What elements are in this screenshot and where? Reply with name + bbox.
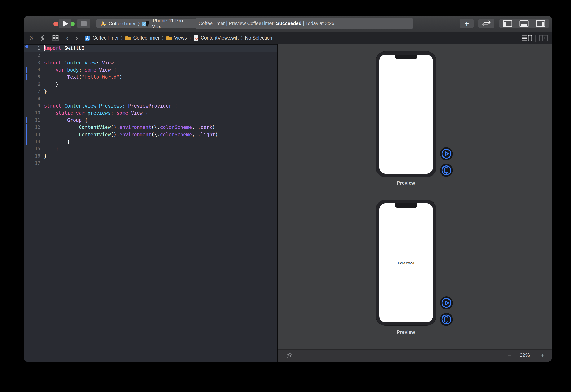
code-token — [128, 110, 131, 116]
code-token: struct — [44, 103, 61, 109]
code-line: 8 — [24, 95, 277, 102]
zoom-out-button[interactable]: − — [508, 352, 511, 359]
pin-preview-button[interactable] — [285, 352, 293, 359]
zoom-in-button[interactable]: + — [541, 352, 545, 359]
code-text[interactable]: } — [44, 82, 59, 87]
breadcrumb-item[interactable]: ContentView.swift — [193, 35, 239, 41]
line-number[interactable]: 10 — [24, 111, 40, 115]
line-number[interactable]: 16 — [24, 154, 40, 159]
code-token: ) — [212, 125, 215, 130]
code-text[interactable]: ContentView().environment(\.colorScheme,… — [44, 125, 215, 130]
contract-editor-button[interactable] — [39, 35, 46, 42]
code-text[interactable]: ContentView().environment(\.colorScheme,… — [44, 132, 218, 137]
status-time: | Today at 3:26 — [302, 21, 334, 26]
breadcrumb-item[interactable]: CoffeeTimer — [84, 35, 119, 41]
add-editor-icon — [539, 35, 548, 42]
live-preview-button-2[interactable] — [440, 296, 453, 309]
chevron-right-icon: › — [75, 34, 78, 42]
code-text[interactable]: struct ContentView_Previews: PreviewProv… — [44, 103, 177, 109]
zoom-level[interactable]: 32% — [520, 352, 530, 358]
code-token: previews — [88, 110, 111, 116]
code-text[interactable]: var body: some View { — [44, 67, 117, 73]
app-icon — [84, 35, 90, 41]
toggle-inspector-button[interactable] — [532, 19, 549, 28]
code-token: PreviewProvider — [128, 103, 172, 109]
code-token: "Hello World" — [82, 74, 120, 80]
code-text[interactable]: Group { — [44, 117, 88, 123]
close-editor-button[interactable]: ✕ — [29, 35, 34, 41]
code-token: some — [85, 67, 96, 73]
close-window-button[interactable] — [53, 22, 58, 26]
code-token: var — [76, 110, 85, 116]
preview-on-device-button-1[interactable] — [440, 164, 453, 177]
code-token: ) — [120, 74, 122, 80]
source-control-change-bar — [26, 124, 28, 130]
code-line: 14 } — [24, 138, 277, 145]
chevron-left-icon: ‹ — [66, 34, 69, 42]
code-line: 1import SwiftUI — [24, 45, 277, 52]
code-text[interactable]: } — [44, 139, 70, 144]
live-preview-button-1[interactable] — [440, 147, 453, 160]
code-token: (\. — [151, 125, 160, 130]
code-text[interactable]: } — [44, 89, 47, 94]
code-token: , — [192, 125, 198, 130]
play-circle-icon — [440, 296, 453, 309]
line-number[interactable]: 8 — [24, 96, 40, 101]
line-number[interactable]: 3 — [24, 60, 40, 65]
line-number[interactable]: 17 — [24, 161, 40, 166]
run-button[interactable] — [59, 19, 71, 28]
breadcrumb-item[interactable]: Views — [166, 35, 187, 41]
preview-on-device-button-2[interactable] — [440, 313, 453, 326]
swift-file-icon — [193, 35, 199, 41]
add-editor-button[interactable] — [539, 35, 548, 42]
toggle-debug-area-button[interactable] — [516, 19, 532, 28]
plus-icon: + — [465, 19, 469, 28]
code-text[interactable]: static var previews: some View { — [44, 110, 149, 116]
code-line: 2 — [24, 52, 277, 59]
back-button[interactable]: ‹ — [66, 34, 69, 42]
code-token: : — [79, 67, 85, 73]
code-token: , — [192, 132, 198, 137]
editor-swap-button[interactable] — [479, 19, 494, 28]
line-number[interactable]: 2 — [24, 53, 40, 58]
breadcrumb-label: Views — [174, 35, 187, 41]
preview-device-2[interactable]: Hello World — [376, 200, 436, 325]
code-text[interactable]: Text("Hello World") — [44, 74, 122, 80]
activity-status-bar[interactable]: CoffeeTimer | Preview CoffeeTimer: Succe… — [195, 18, 413, 29]
code-token — [44, 110, 56, 116]
preview-screen-1 — [379, 55, 433, 174]
code-text[interactable]: } — [44, 153, 47, 159]
code-text[interactable]: import SwiftUI — [44, 45, 85, 52]
code-token: View — [131, 110, 142, 116]
preview-screen-2: Hello World — [379, 203, 433, 322]
code-line: 10 static var previews: some View { — [24, 109, 277, 116]
preview-device-1[interactable] — [376, 52, 436, 177]
code-token — [44, 67, 56, 73]
code-token: .dark — [198, 125, 212, 130]
line-number[interactable]: 7 — [24, 89, 40, 94]
breadcrumb-item[interactable]: No Selection — [245, 35, 272, 41]
editor-options-icon — [522, 34, 532, 42]
line-number[interactable]: 6 — [24, 82, 40, 87]
editor-options-button[interactable] — [522, 34, 532, 42]
line-number[interactable]: 9 — [24, 103, 40, 108]
source-control-change-bar — [26, 131, 28, 138]
status-text: CoffeeTimer | Preview CoffeeTimer: — [199, 21, 276, 26]
code-token: SwiftUI — [61, 45, 85, 51]
line-number[interactable]: 15 — [24, 146, 40, 151]
code-token: environment — [120, 132, 151, 137]
library-add-button[interactable]: + — [460, 19, 474, 28]
related-items-button[interactable] — [52, 35, 59, 42]
code-text[interactable]: } — [44, 146, 59, 152]
code-text[interactable]: struct ContentView: View { — [44, 60, 120, 66]
code-line: 15 } — [24, 145, 277, 152]
toggle-navigator-button[interactable] — [499, 19, 516, 28]
scheme-separator: ⟩ — [138, 21, 140, 26]
stop-button[interactable] — [77, 19, 90, 28]
forward-button[interactable]: › — [75, 34, 78, 42]
code-editor[interactable]: 1import SwiftUI23struct ContentView: Vie… — [24, 45, 277, 362]
scheme-selector[interactable]: CoffeeTimer ⟩ iPhone 11 Pro Max — [96, 19, 196, 28]
breadcrumb-label: CoffeeTimer — [92, 35, 119, 41]
desktop: CoffeeTimer ⟩ iPhone 11 Pro Max CoffeeTi… — [0, 0, 571, 392]
breadcrumb-item[interactable]: CoffeeTimer — [125, 35, 159, 41]
